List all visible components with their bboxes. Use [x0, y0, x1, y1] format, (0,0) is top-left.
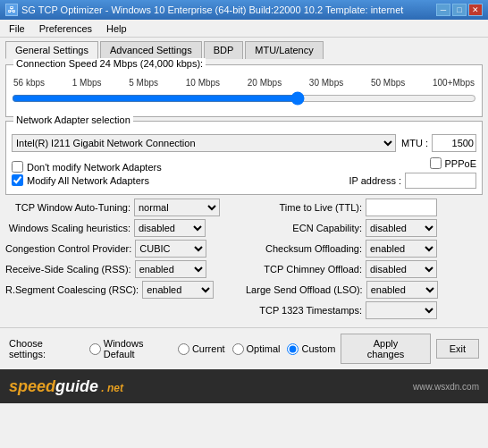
radio-windows-default[interactable]: Windows Default — [89, 338, 171, 359]
ip-label: IP address : — [349, 175, 402, 186]
choose-settings-label: Choose settings: — [9, 338, 80, 359]
scaling-heuristics-label: Windows Scaling heuristics: — [5, 223, 130, 233]
bottom-bar: Choose settings: Windows Default Current… — [0, 327, 488, 369]
ecn-select[interactable]: disabled enabled — [366, 219, 437, 237]
window-controls: ─ □ ✕ — [436, 4, 483, 16]
radio-group: Windows Default Current Optimal Custom — [89, 338, 336, 359]
chimney-select[interactable]: disabled enabled — [366, 260, 437, 278]
mtu-label: MTU : — [401, 138, 428, 148]
connection-speed-label: Connection Speed 24 Mbps (24,000 kbps): — [13, 58, 206, 69]
menu-preferences[interactable]: Preferences — [36, 22, 96, 35]
tcp-window-select[interactable]: normal disabled highlyrestricted restric… — [134, 199, 220, 216]
modify-all-label: Modify All Network Adapters — [27, 175, 149, 186]
mtu-input[interactable] — [432, 134, 476, 152]
main-panel: Connection Speed 24 Mbps (24,000 kbps): … — [0, 59, 488, 327]
radio-optimal[interactable]: Optimal — [232, 343, 281, 355]
dont-modify-label: Don't modify Network Adapters — [27, 162, 162, 173]
congestion-label: Congestion Control Provider: — [5, 243, 131, 254]
lso-label: Large Send Offload (LSO): — [246, 284, 363, 295]
rsc-select[interactable]: enabled disabled — [142, 281, 214, 299]
timestamps-select[interactable]: enabled disabled — [366, 301, 437, 319]
radio-custom[interactable]: Custom — [287, 343, 335, 355]
rss-label: Receive-Side Scaling (RSS): — [5, 264, 131, 275]
modify-all-checkbox[interactable] — [12, 174, 23, 186]
ip-input[interactable] — [405, 173, 476, 189]
adapter-select[interactable]: Intel(R) I211 Gigabit Network Connection — [12, 134, 396, 152]
window-title: SG TCP Optimizer - Windows 10 Enterprise… — [21, 4, 403, 15]
tab-mtu-latency[interactable]: MTU/Latency — [245, 41, 323, 59]
watermark: www.wsxdn.com — [413, 382, 479, 392]
menu-file[interactable]: File — [5, 22, 29, 35]
connection-speed-section: Connection Speed 24 Mbps (24,000 kbps): … — [5, 64, 483, 117]
tcp-window-label: TCP Window Auto-Tuning: — [5, 202, 130, 213]
settings-left: TCP Window Auto-Tuning: normal disabled … — [5, 199, 242, 322]
speed-100m: 100+Mbps — [433, 78, 475, 88]
settings-right: Time to Live (TTL): ECN Capability: disa… — [242, 199, 483, 322]
speed-marks: 56 kbps 1 Mbps 5 Mbps 10 Mbps 20 Mbps 30… — [12, 78, 476, 88]
tab-bdp[interactable]: BDP — [204, 41, 244, 59]
speed-10m: 10 Mbps — [186, 78, 220, 88]
speed-5m: 5 Mbps — [129, 78, 158, 88]
rsc-label: R.Segment Coalescing (RSC): — [5, 284, 139, 295]
rss-select[interactable]: enabled disabled — [135, 260, 206, 278]
logo: speedguide . net — [9, 377, 123, 396]
tab-general-settings[interactable]: General Settings — [5, 41, 98, 59]
network-adapter-section: Network Adapter selection Intel(R) I211 … — [5, 121, 483, 195]
adapter-section-label: Network Adapter selection — [13, 114, 133, 125]
menu-bar: File Preferences Help — [0, 20, 488, 38]
tabs-row: General Settings Advanced Settings BDP M… — [0, 38, 488, 59]
scaling-heuristics-select[interactable]: disabled enabled — [134, 219, 206, 237]
speed-50m: 50 Mbps — [371, 78, 405, 88]
speed-1m: 1 Mbps — [72, 78, 102, 88]
apply-changes-button[interactable]: Apply changes — [341, 334, 430, 364]
checksum-select[interactable]: enabled disabled — [366, 240, 437, 258]
pppoe-checkbox[interactable] — [430, 157, 442, 169]
chimney-label: TCP Chimney Offload: — [246, 264, 362, 275]
logo-speed: speed — [9, 377, 55, 395]
speed-56k: 56 kbps — [13, 78, 45, 88]
congestion-select[interactable]: CUBIC CTCP none — [135, 240, 206, 258]
footer-bar: speedguide . net www.wsxdn.com — [0, 369, 488, 403]
checksum-label: Checksum Offloading: — [246, 243, 362, 254]
menu-help[interactable]: Help — [103, 22, 130, 35]
speed-slider[interactable] — [12, 91, 476, 106]
maximize-button[interactable]: □ — [452, 4, 467, 16]
title-bar: 🖧 SG TCP Optimizer - Windows 10 Enterpri… — [0, 0, 488, 20]
app-icon: 🖧 — [5, 4, 18, 16]
ecn-label: ECN Capability: — [246, 223, 362, 233]
radio-current[interactable]: Current — [178, 343, 225, 355]
close-button[interactable]: ✕ — [468, 4, 483, 16]
settings-panel: TCP Window Auto-Tuning: normal disabled … — [5, 199, 483, 322]
pppoe-label: PPPoE — [445, 158, 476, 169]
dont-modify-checkbox[interactable] — [12, 161, 23, 173]
exit-button[interactable]: Exit — [436, 339, 479, 359]
ttl-label: Time to Live (TTL): — [246, 202, 362, 213]
speed-30m: 30 Mbps — [309, 78, 343, 88]
lso-select[interactable]: enabled disabled — [366, 281, 438, 299]
ttl-input[interactable] — [366, 199, 437, 216]
speed-slider-container[interactable] — [12, 88, 476, 111]
timestamps-label: TCP 1323 Timestamps: — [246, 305, 362, 316]
tab-advanced-settings[interactable]: Advanced Settings — [100, 41, 202, 59]
logo-guide: guide — [55, 377, 98, 395]
speed-20m: 20 Mbps — [248, 78, 282, 88]
minimize-button[interactable]: ─ — [436, 4, 450, 16]
logo-net: . net — [98, 382, 123, 394]
